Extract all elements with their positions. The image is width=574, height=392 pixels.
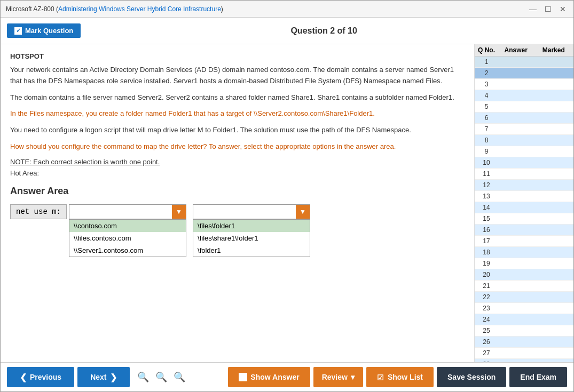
save-session-label: Save Session [447, 373, 496, 381]
show-answer-button[interactable]: Show Answer [228, 367, 310, 387]
sidebar-item[interactable]: 4 [475, 90, 573, 101]
sidebar-col-marked: Marked [535, 46, 573, 54]
app-window: Microsoft AZ-800 (Administering Windows … [0, 0, 574, 392]
zoom-out-button[interactable]: 🔍 [135, 370, 151, 384]
window-title: Microsoft AZ-800 (Administering Windows … [6, 5, 223, 13]
next-label: Next [90, 373, 106, 381]
sidebar: Q No. Answer Marked 1 2 3 4 5 [475, 44, 573, 362]
sidebar-item[interactable]: 14 [475, 202, 573, 213]
question-paragraph-4: You need to configure a logon script tha… [10, 125, 465, 136]
dropdown2-option-2[interactable]: \files\share1\folder1 [193, 232, 310, 244]
hot-area-label: Hot Area: [10, 169, 465, 177]
show-list-check-icon: ☑ [377, 373, 384, 381]
title-bar: Microsoft AZ-800 (Administering Windows … [1, 1, 573, 18]
sidebar-item[interactable]: 23 [475, 303, 573, 314]
dropdown1-arrow-icon: ▼ [172, 205, 186, 219]
review-dropdown-icon: ▾ [351, 373, 355, 381]
sidebar-item[interactable]: 7 [475, 124, 573, 135]
dropdown1-option-2[interactable]: \\files.contoso.com [69, 232, 186, 244]
window-controls: — ☐ ✕ [528, 4, 568, 14]
mark-question-label: Mark Question [25, 27, 73, 35]
question-paragraph-2: The domain contains a file server named … [10, 92, 465, 103]
mark-checkbox-icon [14, 27, 22, 35]
sidebar-item[interactable]: 13 [475, 191, 573, 202]
sidebar-item[interactable]: 25 [475, 325, 573, 337]
zoom-normal-button[interactable]: 🔍 [153, 370, 169, 384]
sidebar-item[interactable]: 11 [475, 169, 573, 180]
question-area: HOTSPOT Your network contains an Active … [1, 44, 475, 362]
main-content: HOTSPOT Your network contains an Active … [1, 44, 573, 362]
sidebar-item[interactable]: 3 [475, 79, 573, 90]
sidebar-item[interactable]: 1 [475, 57, 573, 68]
sidebar-item[interactable]: 8 [475, 135, 573, 146]
dropdown1-option-1[interactable]: \\contoso.com [69, 220, 186, 232]
show-list-label: Show List [388, 373, 423, 381]
dropdown1-trigger[interactable]: ▼ [69, 204, 186, 219]
show-answer-icon [239, 373, 247, 381]
question-paragraph-3: In the Files namespace, you create a fol… [10, 108, 465, 119]
question-title: Question 2 of 10 [81, 26, 567, 36]
note-text: NOTE: Each correct selection is worth on… [10, 158, 465, 166]
minimize-button[interactable]: — [528, 4, 538, 14]
sidebar-list: 1 2 3 4 5 6 7 [475, 57, 573, 362]
show-list-button[interactable]: ☑ Show List [366, 367, 434, 387]
previous-label: Previous [30, 373, 61, 381]
sidebar-item[interactable]: 17 [475, 236, 573, 247]
sidebar-col-answer: Answer [497, 46, 535, 54]
question-paragraph-1: Your network contains an Active Director… [10, 65, 465, 87]
sidebar-item[interactable]: 10 [475, 157, 573, 169]
sidebar-item[interactable]: 9 [475, 146, 573, 157]
sidebar-item[interactable]: 26 [475, 337, 573, 348]
dropdown2-option-1[interactable]: \files\folder1 [193, 220, 310, 232]
cmd-prefix: net use m: [10, 204, 67, 219]
sidebar-item[interactable]: 5 [475, 101, 573, 113]
dropdown1-list: \\contoso.com \\files.contoso.com \\Serv… [69, 219, 186, 257]
sidebar-item[interactable]: 24 [475, 314, 573, 325]
sidebar-item[interactable]: 20 [475, 269, 573, 281]
sidebar-item[interactable]: 12 [475, 180, 573, 191]
maximize-button[interactable]: ☐ [542, 4, 553, 14]
previous-button[interactable]: ❮ Previous [7, 367, 74, 387]
end-exam-label: End Exam [520, 373, 556, 381]
sidebar-item[interactable]: 18 [475, 247, 573, 258]
close-button[interactable]: ✕ [557, 4, 568, 14]
sidebar-item[interactable]: 19 [475, 258, 573, 269]
toolbar: Mark Question Question 2 of 10 [1, 18, 573, 44]
sidebar-item[interactable]: 27 [475, 348, 573, 359]
sidebar-item[interactable]: 6 [475, 113, 573, 124]
sidebar-header: Q No. Answer Marked [475, 44, 573, 57]
sidebar-item[interactable]: 2 [475, 68, 573, 79]
mark-question-button[interactable]: Mark Question [7, 23, 81, 38]
dropdown2-container: ▼ \files\folder1 \files\share1\folder1 \… [193, 204, 310, 257]
previous-arrow-icon: ❮ [20, 372, 27, 382]
question-paragraph-5: How should you configure the command to … [10, 141, 465, 153]
end-exam-button[interactable]: End Exam [509, 367, 567, 387]
zoom-in-button[interactable]: 🔍 [171, 370, 187, 384]
dropdown1-option-3[interactable]: \\Server1.contoso.com [69, 244, 186, 257]
bottom-bar: ❮ Previous Next ❯ 🔍 🔍 🔍 Show Answer Revi… [1, 362, 573, 391]
dropdown2-trigger[interactable]: ▼ [193, 204, 310, 219]
next-button[interactable]: Next ❯ [77, 367, 129, 387]
question-type-label: HOTSPOT [10, 52, 465, 60]
review-label: Review [322, 373, 348, 381]
next-arrow-icon: ❯ [110, 372, 117, 382]
dropdown1-container: ▼ \\contoso.com \\files.contoso.com \\Se… [69, 204, 186, 257]
answer-area: net use m: ▼ \\contoso.com \\files.conto… [10, 204, 465, 257]
sidebar-item[interactable]: 21 [475, 281, 573, 292]
show-answer-label: Show Answer [250, 373, 299, 381]
sidebar-item[interactable]: 22 [475, 292, 573, 303]
dropdown2-list: \files\folder1 \files\share1\folder1 \fo… [193, 219, 310, 257]
zoom-controls: 🔍 🔍 🔍 [135, 370, 187, 384]
dropdown2-arrow-icon: ▼ [296, 205, 310, 219]
sidebar-item[interactable]: 15 [475, 213, 573, 225]
sidebar-item[interactable]: 16 [475, 225, 573, 236]
sidebar-col-qno: Q No. [476, 46, 497, 54]
save-session-button[interactable]: Save Session [437, 367, 506, 387]
dropdown2-option-3[interactable]: \folder1 [193, 244, 310, 257]
review-button[interactable]: Review ▾ [313, 367, 363, 387]
answer-area-title: Answer Area [10, 186, 465, 197]
